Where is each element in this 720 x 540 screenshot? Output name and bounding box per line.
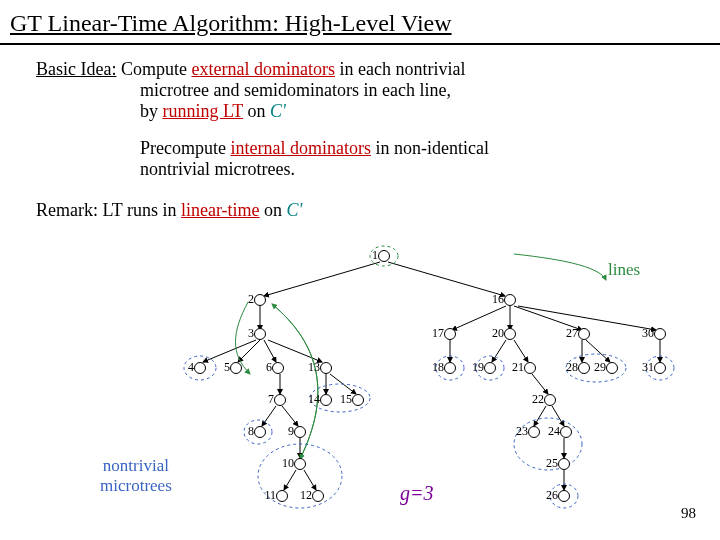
basic-idea-paragraph: Basic Idea: Compute external dominators … bbox=[36, 59, 700, 122]
slide-title: GT Linear-Time Algorithm: High-Level Vie… bbox=[0, 0, 720, 45]
node-18-label: 18 bbox=[432, 360, 444, 375]
internal-dominators: internal dominators bbox=[230, 138, 370, 158]
remark-b: on bbox=[260, 200, 287, 220]
p1-l1b: in each nontrivial bbox=[335, 59, 465, 79]
node-3-label: 3 bbox=[248, 326, 254, 341]
node-14-label: 14 bbox=[308, 392, 320, 407]
node-16-label: 16 bbox=[492, 292, 504, 307]
node-7 bbox=[274, 394, 286, 406]
node-9-label: 9 bbox=[288, 424, 294, 439]
node-1-label: 1 bbox=[372, 248, 378, 263]
node-27 bbox=[578, 328, 590, 340]
remark-a: Remark: LT runs in bbox=[36, 200, 181, 220]
node-31-label: 31 bbox=[642, 360, 654, 375]
node-10 bbox=[294, 458, 306, 470]
node-12 bbox=[312, 490, 324, 502]
node-14 bbox=[320, 394, 332, 406]
node-9 bbox=[294, 426, 306, 438]
tree-diagram: 1 2 3 4 5 6 13 7 14 15 8 9 10 11 12 16 1… bbox=[0, 244, 720, 540]
microtrees-word: microtrees bbox=[100, 476, 172, 495]
p2-l1b: in non-identical bbox=[371, 138, 489, 158]
p1-l3b: on bbox=[243, 101, 270, 121]
node-17 bbox=[444, 328, 456, 340]
node-5 bbox=[230, 362, 242, 374]
node-10-label: 10 bbox=[282, 456, 294, 471]
node-4 bbox=[194, 362, 206, 374]
node-21-label: 21 bbox=[512, 360, 524, 375]
node-25-label: 25 bbox=[546, 456, 558, 471]
node-26-label: 26 bbox=[546, 488, 558, 503]
node-22 bbox=[544, 394, 556, 406]
node-16 bbox=[504, 294, 516, 306]
node-21 bbox=[524, 362, 536, 374]
external-dominators: external dominators bbox=[191, 59, 334, 79]
node-11-label: 11 bbox=[264, 488, 276, 503]
node-6 bbox=[272, 362, 284, 374]
c-prime-1: C' bbox=[270, 101, 286, 121]
node-24-label: 24 bbox=[548, 424, 560, 439]
running-lt: running LT bbox=[163, 101, 244, 121]
node-18 bbox=[444, 362, 456, 374]
linear-time: linear-time bbox=[181, 200, 260, 220]
svg-line-1 bbox=[388, 262, 505, 296]
node-13-label: 13 bbox=[308, 360, 320, 375]
remark-line: Remark: LT runs in linear-time on C' bbox=[36, 200, 700, 221]
node-20 bbox=[504, 328, 516, 340]
node-11 bbox=[276, 490, 288, 502]
svg-line-14 bbox=[304, 470, 316, 490]
node-8 bbox=[254, 426, 266, 438]
svg-line-26 bbox=[534, 406, 546, 426]
precompute-paragraph: Precompute internal dominators in non-id… bbox=[36, 138, 700, 180]
node-25 bbox=[558, 458, 570, 470]
node-12-label: 12 bbox=[300, 488, 312, 503]
node-30 bbox=[654, 328, 666, 340]
node-15-label: 15 bbox=[340, 392, 352, 407]
node-15 bbox=[352, 394, 364, 406]
svg-line-13 bbox=[284, 470, 296, 490]
basic-idea-lead: Basic Idea: bbox=[36, 59, 116, 79]
svg-line-5 bbox=[264, 340, 276, 362]
svg-line-6 bbox=[268, 340, 322, 362]
svg-line-20 bbox=[492, 340, 506, 362]
node-13 bbox=[320, 362, 332, 374]
p1-l3a: by bbox=[140, 101, 163, 121]
node-26 bbox=[558, 490, 570, 502]
p2-l2: nontrivial microtrees. bbox=[140, 159, 295, 179]
node-19-label: 19 bbox=[472, 360, 484, 375]
node-2 bbox=[254, 294, 266, 306]
svg-line-0 bbox=[264, 262, 380, 296]
svg-line-10 bbox=[262, 406, 276, 426]
svg-line-11 bbox=[282, 406, 298, 426]
node-1 bbox=[378, 250, 390, 262]
p2-l1a: Precompute bbox=[140, 138, 230, 158]
svg-line-18 bbox=[518, 306, 656, 330]
p1-l1a: Compute bbox=[116, 59, 191, 79]
page-number: 98 bbox=[681, 505, 696, 522]
g-equals-3: g=3 bbox=[400, 482, 434, 505]
svg-line-3 bbox=[203, 340, 256, 362]
node-4-label: 4 bbox=[188, 360, 194, 375]
node-5-label: 5 bbox=[224, 360, 230, 375]
node-2-label: 2 bbox=[248, 292, 254, 307]
node-24 bbox=[560, 426, 572, 438]
svg-line-21 bbox=[514, 340, 528, 362]
svg-line-25 bbox=[532, 374, 548, 394]
node-30-label: 30 bbox=[642, 326, 654, 341]
node-6-label: 6 bbox=[266, 360, 272, 375]
node-28 bbox=[578, 362, 590, 374]
node-7-label: 7 bbox=[268, 392, 274, 407]
svg-line-23 bbox=[586, 340, 610, 362]
svg-line-27 bbox=[552, 406, 564, 426]
node-19 bbox=[484, 362, 496, 374]
node-20-label: 20 bbox=[492, 326, 504, 341]
node-28-label: 28 bbox=[566, 360, 578, 375]
nontrivial-microtrees-label: nontrivial microtrees bbox=[100, 456, 172, 496]
nontrivial-word: nontrivial bbox=[103, 456, 169, 475]
node-23-label: 23 bbox=[516, 424, 528, 439]
node-23 bbox=[528, 426, 540, 438]
node-22-label: 22 bbox=[532, 392, 544, 407]
lines-label: lines bbox=[608, 260, 640, 280]
p1-l2: microtree and semidominators in each lin… bbox=[140, 80, 451, 100]
node-31 bbox=[654, 362, 666, 374]
node-17-label: 17 bbox=[432, 326, 444, 341]
